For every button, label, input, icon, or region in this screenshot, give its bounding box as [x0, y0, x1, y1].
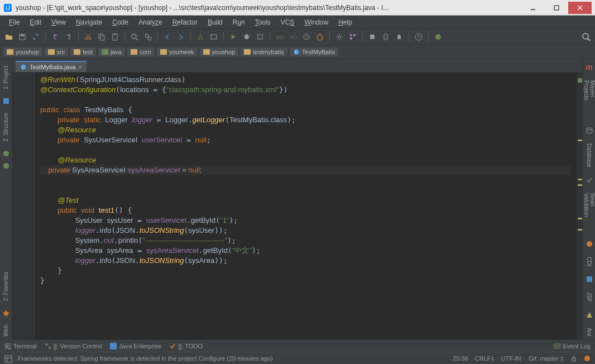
redo-icon[interactable] — [63, 31, 74, 42]
cursor-position[interactable]: 25:38 — [453, 355, 468, 362]
crumb-src[interactable]: src — [45, 47, 69, 56]
tool-project[interactable]: 1: Project — [2, 63, 10, 93]
structure-icon[interactable] — [347, 31, 358, 42]
stripe-warning-icon[interactable] — [578, 179, 582, 180]
ant-icon[interactable] — [586, 311, 593, 319]
tool-jsf[interactable]: JSF — [585, 289, 593, 305]
open-icon[interactable] — [3, 31, 15, 42]
tool-cdi[interactable]: CDI — [585, 253, 593, 270]
status-message[interactable]: Frameworks detected: Spring framework is… — [18, 355, 446, 362]
crumb-youmeek[interactable]: youmeek — [157, 47, 198, 56]
svg-text:>_: >_ — [6, 344, 11, 349]
cdi-icon[interactable] — [586, 240, 593, 248]
stripe-warning-icon[interactable] — [578, 229, 582, 231]
stripe-warning-icon[interactable] — [578, 218, 582, 219]
search-everywhere-icon[interactable] — [580, 31, 592, 42]
editor-tab-active[interactable]: C TestMyBatis.java × — [16, 61, 87, 72]
maximize-button[interactable] — [545, 2, 568, 14]
vcs-revert-icon[interactable] — [314, 31, 325, 42]
menu-window[interactable]: Window — [300, 17, 333, 27]
menu-tools[interactable]: Tools — [251, 17, 275, 27]
vcs-commit-icon[interactable]: VCS — [287, 31, 299, 42]
sync-icon[interactable] — [30, 31, 41, 42]
tool-bean-validation[interactable]: Bean Validation — [582, 190, 596, 234]
menu-vcs[interactable]: VCS — [276, 17, 299, 27]
tool-terminal[interactable]: >_Terminal — [4, 343, 37, 349]
build-icon[interactable] — [195, 31, 206, 42]
tool-version-control[interactable]: 9: Version Control — [45, 343, 102, 349]
back-icon[interactable] — [162, 31, 173, 42]
lock-icon[interactable] — [570, 355, 577, 362]
android-icon[interactable] — [394, 31, 405, 42]
maven-m-icon[interactable]: m — [586, 63, 592, 71]
database-icon[interactable] — [586, 127, 593, 135]
menu-build[interactable]: Build — [203, 17, 227, 27]
close-tab-icon[interactable]: × — [79, 64, 82, 70]
find-icon[interactable] — [129, 31, 140, 42]
tool-java-ee[interactable]: Java Enterprise — [110, 343, 161, 349]
check-icon[interactable] — [586, 176, 593, 184]
crumb-com[interactable]: com — [127, 47, 155, 56]
inspector-icon[interactable] — [584, 355, 591, 362]
cut-icon[interactable] — [83, 31, 94, 42]
svg-line-22 — [249, 35, 251, 36]
debug-icon[interactable] — [241, 31, 252, 42]
help-icon[interactable]: ? — [413, 31, 424, 42]
tool-database[interactable]: Database — [585, 140, 593, 171]
svg-text:C: C — [22, 65, 25, 70]
close-button[interactable] — [568, 2, 592, 14]
svg-rect-12 — [113, 34, 117, 40]
menu-run[interactable]: Run — [228, 17, 249, 27]
tool-ant[interactable]: Ant — [585, 324, 593, 339]
replace-icon[interactable] — [142, 31, 153, 42]
tool-windows-icon[interactable] — [4, 355, 11, 362]
menu-help[interactable]: Help — [334, 17, 357, 27]
menu-navigate[interactable]: Navigate — [71, 17, 107, 27]
crumb-youshop[interactable]: youshop — [200, 47, 239, 56]
crumb-test[interactable]: test — [70, 47, 96, 56]
line-separator[interactable]: CRLF‡ — [475, 355, 495, 362]
project-icon[interactable] — [2, 97, 10, 105]
menu-analyze[interactable]: Analyze — [134, 17, 167, 27]
tool-structure[interactable]: 2: Structure — [2, 109, 10, 145]
undo-icon[interactable] — [50, 31, 61, 42]
line-gutter[interactable] — [12, 73, 35, 339]
bean-marker-icon[interactable] — [2, 162, 10, 170]
tool-event-log[interactable]: Event Log — [554, 343, 591, 349]
menu-view[interactable]: View — [47, 17, 70, 27]
stripe-warning-icon[interactable] — [578, 140, 582, 141]
git-branch[interactable]: Git: master ‡ — [529, 355, 564, 362]
copy-icon[interactable] — [96, 31, 107, 42]
menu-refactor[interactable]: Refactor — [168, 17, 202, 27]
menu-edit[interactable]: Edit — [25, 17, 46, 27]
crumb-class[interactable]: CTestMyBatis — [290, 47, 338, 56]
file-encoding[interactable]: UTF-8‡ — [501, 355, 522, 362]
error-stripe[interactable] — [576, 73, 583, 339]
run-config-icon[interactable] — [208, 31, 219, 42]
paste-icon[interactable] — [109, 31, 121, 42]
bean-marker-icon[interactable] — [2, 150, 10, 157]
forward-icon[interactable] — [175, 31, 186, 42]
tool-maven[interactable]: Maven Projects — [582, 77, 596, 121]
run-icon[interactable] — [228, 31, 239, 42]
crumb-testmybatis[interactable]: testmybatis — [241, 47, 287, 56]
jsf-icon[interactable] — [586, 275, 593, 283]
jrebel-icon[interactable] — [433, 31, 444, 42]
avd-icon[interactable] — [380, 31, 391, 42]
vcs-history-icon[interactable] — [301, 31, 312, 42]
sdk-icon[interactable] — [367, 31, 378, 42]
save-all-icon[interactable] — [17, 31, 28, 42]
tool-web[interactable]: Web — [2, 322, 10, 339]
menu-file[interactable]: File — [4, 17, 24, 27]
vcs-update-icon[interactable]: VCS — [274, 31, 285, 42]
settings-icon[interactable] — [334, 31, 345, 42]
tool-todo[interactable]: 6: TODO — [169, 343, 203, 349]
menu-code[interactable]: Code — [108, 17, 133, 27]
crumb-project[interactable]: youshop — [3, 47, 42, 56]
minimize-button[interactable] — [521, 2, 545, 14]
crumb-java[interactable]: java — [98, 47, 125, 56]
coverage-icon[interactable] — [255, 31, 266, 42]
tool-favorites[interactable]: 2: Favorites — [2, 269, 10, 304]
stripe-warning-icon[interactable] — [578, 184, 582, 186]
code-editor[interactable]: @RunWith(SpringJUnit4ClassRunner.class) … — [35, 73, 576, 339]
